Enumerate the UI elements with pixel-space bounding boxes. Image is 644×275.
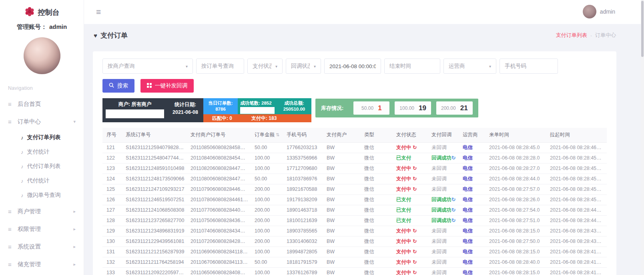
cell-pay-status: 支付中 ↻	[392, 236, 427, 247]
callback-status: 回调成功	[431, 207, 451, 213]
music-note-icon: ♪	[21, 164, 24, 170]
sidebar-item[interactable]: ≡权限管理▸	[0, 220, 84, 238]
operator-tag: 电信	[463, 207, 473, 213]
cell-merchant: BW	[323, 247, 360, 257]
filter-input-order-no-query[interactable]: 按订单号查询	[196, 59, 244, 74]
sidebar-subitem[interactable]: ♪代付统计	[0, 174, 84, 188]
refresh-icon[interactable]: ↻	[451, 218, 455, 223]
cell-operator: 电信	[459, 247, 485, 257]
cell-phone: 19179138209	[283, 194, 323, 205]
stat-today-orders-value: 8786	[203, 106, 238, 112]
refresh-icon[interactable]: ↻	[411, 249, 417, 255]
filter-select-callback-status[interactable]: 回调状态▾	[286, 59, 321, 74]
filter-input-start-time[interactable]: 2021-06-08 00:00:00	[324, 59, 381, 74]
sidebar-subitem[interactable]: ♪代付订单列表	[0, 159, 84, 174]
sidebar-item[interactable]: ≡储充管理▸	[0, 255, 84, 273]
column-header[interactable]: 订单金额 ⇅	[251, 128, 283, 142]
sidebar-subitem[interactable]: ♪微闪单号查询	[0, 188, 84, 202]
actions-row: 搜索 一键补发回调	[102, 79, 607, 93]
chevron-down-icon: ▾	[271, 64, 277, 69]
cell-pay-status: 支付中 ↻	[392, 184, 427, 194]
hamburger-menu-icon[interactable]: ≡	[96, 7, 101, 17]
sidebar-subitem[interactable]: ♪支付订单列表	[0, 130, 84, 145]
scrollbar-thumb[interactable]	[641, 1, 644, 57]
stat-paying: 支付中: 183	[251, 115, 277, 122]
cell-amount: 100.00	[251, 194, 283, 205]
column-header: 序号	[102, 128, 122, 142]
cell-launch-time: 2021-06-08 08:28:43…	[546, 236, 607, 247]
sidebar-item[interactable]: ≡订单中心▾	[0, 113, 84, 130]
cell-merchant: BW	[323, 163, 360, 174]
sidebar-item-label: 储充管理	[18, 261, 41, 268]
cell-callback: 回调成功↻	[427, 153, 459, 163]
column-header-label: 手机号码	[287, 132, 307, 138]
refresh-icon[interactable]: ↻	[451, 155, 455, 161]
cell-order-time: 2021-06-08 08:28:15.0	[485, 247, 546, 257]
refresh-icon[interactable]: ↻	[451, 197, 455, 202]
sidebar-item[interactable]: ≡商户管理▸	[0, 202, 84, 220]
inventory-boxes: 50.001100.0019200.0021	[353, 101, 472, 115]
sidebar-item[interactable]: ≡后台首页	[0, 95, 84, 113]
cell-operator: 电信	[459, 215, 485, 226]
cell-no: 122	[102, 153, 122, 163]
list-icon: ≡	[8, 261, 18, 268]
cell-amount: 100.00	[251, 153, 283, 163]
chevron-down-icon: ▾	[310, 64, 316, 69]
cell-type: 微信	[360, 174, 392, 184]
filter-select-pay-status[interactable]: 支付状态▾	[247, 59, 283, 74]
sidebar-item[interactable]: ≡移动ck管理▸	[0, 273, 84, 275]
sidebar-subitem[interactable]: ♪支付统计	[0, 145, 84, 159]
filter-select-operator[interactable]: 运营商▾	[443, 59, 496, 74]
sidebar-item[interactable]: ≡系统设置▸	[0, 238, 84, 255]
page-scrollbar[interactable]	[641, 0, 644, 275]
logo[interactable]: 控制台	[0, 0, 84, 18]
refresh-icon[interactable]: ↻	[411, 186, 417, 192]
refresh-icon[interactable]: ↻	[411, 270, 417, 275]
sort-icon[interactable]: ⇅	[275, 132, 279, 137]
cell-order-time: 2021-06-08 08:27:57.0	[485, 184, 546, 194]
sidebar-subitem-label: 支付统计	[27, 148, 50, 156]
cell-merchant-order-no: 2011067060808284113…	[187, 257, 251, 267]
filter-select-merchant-query[interactable]: 按商户查询▾	[102, 59, 193, 74]
user-avatar	[583, 5, 596, 18]
refresh-icon[interactable]: ↻	[411, 145, 417, 150]
operator-tag: 电信	[463, 197, 473, 202]
cell-system-order-no: S16231121229439561081	[122, 236, 187, 247]
cell-merchant-order-no: 2011078060808284461…	[187, 194, 251, 205]
cell-no: 125	[102, 184, 122, 194]
inventory-count: 19	[419, 104, 426, 112]
refresh-icon[interactable]: ↻	[411, 259, 417, 265]
resend-callback-button[interactable]: 一键补发回调	[140, 79, 194, 93]
inventory-block: 库存情况: 50.001100.0019200.0021	[315, 99, 478, 117]
cell-phone: 18181791579	[283, 257, 323, 267]
refresh-icon[interactable]: ↻	[411, 176, 417, 182]
filter-input-phone-number[interactable]: 手机号码	[500, 59, 558, 74]
user-menu[interactable]: admin	[583, 5, 615, 18]
cell-pay-status: 支付中 ↻	[392, 142, 427, 153]
cell-launch-time: 2021-06-08 08:28:44…	[546, 205, 607, 215]
refresh-icon[interactable]: ↻	[411, 239, 417, 244]
cell-amount: 100.00	[251, 226, 283, 236]
cell-callback: 未回调	[427, 257, 459, 267]
cell-phone: 18903785565	[283, 226, 323, 236]
cell-system-order-no: S162311212594079828…	[122, 142, 187, 153]
refresh-icon[interactable]: ↻	[411, 228, 417, 234]
sidebar-subitem-label: 代付订单列表	[27, 163, 61, 170]
cell-merchant-order-no: 201108206080828447…	[187, 163, 251, 174]
search-button[interactable]: 搜索	[102, 79, 134, 93]
cell-amount: 100.00	[251, 267, 283, 275]
refresh-icon[interactable]: ↻	[451, 207, 455, 213]
cell-order-time: 2021-06-08 08:27:50.0	[485, 236, 546, 247]
cell-no: 128	[102, 215, 122, 226]
breadcrumb-current[interactable]: 支付订单列表	[556, 32, 587, 39]
filter-input-end-time[interactable]: 结束时间	[384, 59, 440, 74]
callback-status: 未回调	[431, 249, 447, 255]
cell-amount: 100.00	[251, 247, 283, 257]
cell-order-time: 2021-06-08 08:28:15.0	[485, 267, 546, 275]
cell-order-time: 2021-06-08 08:28:15.0	[485, 226, 546, 236]
inventory-box: 50.001	[353, 101, 389, 115]
refresh-icon[interactable]: ↻	[411, 166, 417, 171]
breadcrumb-parent: 订单中心	[595, 32, 616, 39]
cell-system-order-no: S162311212548047744…	[122, 153, 187, 163]
cell-no: 133	[102, 267, 122, 275]
